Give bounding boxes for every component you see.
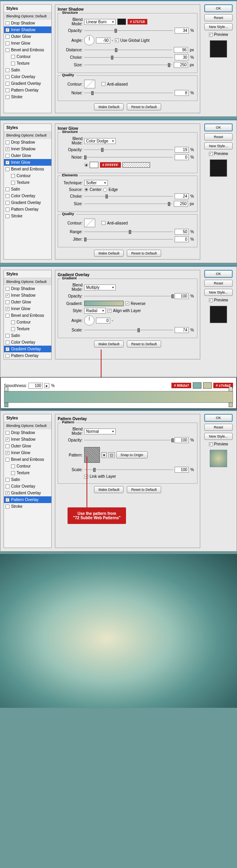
- angle-value[interactable]: -90: [96, 37, 110, 43]
- source-edge-radio[interactable]: [103, 188, 107, 192]
- result-preview-image: [0, 554, 237, 708]
- contour-picker[interactable]: [84, 80, 95, 88]
- choke-slider[interactable]: [84, 55, 173, 60]
- layer-style-dialog-inner-shadow: Styles Blending Options: Default Drop Sh…: [0, 0, 237, 117]
- dropdown-icon[interactable]: ▾: [102, 452, 107, 458]
- color-swatch[interactable]: [117, 19, 126, 25]
- size-slider[interactable]: [84, 62, 172, 68]
- opacity-value[interactable]: 34: [175, 28, 189, 34]
- technique-select[interactable]: Softer: [84, 180, 108, 186]
- antialias-checkbox[interactable]: [102, 82, 105, 86]
- color-tag: # 171718: [128, 19, 147, 24]
- style-color-overlay[interactable]: Color Overlay: [4, 73, 51, 80]
- style-inner-glow[interactable]: Inner Glow: [4, 159, 51, 166]
- opacity-slider[interactable]: [84, 28, 173, 34]
- style-inner-glow[interactable]: Inner Glow: [4, 40, 51, 47]
- layer-style-dialog-gradient-overlay: Styles Blending Options: Default Drop Sh…: [0, 266, 237, 407]
- style-outer-glow[interactable]: Outer Glow: [4, 33, 51, 40]
- angle-dial[interactable]: [84, 35, 94, 45]
- glow-color[interactable]: [90, 162, 98, 168]
- style-drop-shadow[interactable]: Drop Shadow: [4, 20, 51, 26]
- new-preset-icon[interactable]: ⊡: [108, 452, 115, 458]
- link-layer-checkbox[interactable]: [84, 475, 88, 479]
- style-contour[interactable]: Contour: [4, 53, 51, 60]
- right-buttons: OK Reset New Style... Preview: [203, 4, 233, 113]
- style-gradient-overlay[interactable]: Gradient Overlay: [4, 80, 51, 87]
- style-inner-shadow[interactable]: Inner Shadow: [4, 26, 51, 33]
- structure-group: Structure Blend Mode:Linear Burn# 171718…: [58, 13, 198, 73]
- style-gradient-overlay[interactable]: Gradient Overlay: [4, 346, 51, 352]
- style-satin[interactable]: Satin: [4, 67, 51, 73]
- new-style-button[interactable]: New Style...: [204, 23, 233, 30]
- dropdown-icon[interactable]: ▸: [44, 383, 49, 388]
- reverse-checkbox[interactable]: [125, 301, 129, 305]
- preview-swatch: [210, 40, 227, 58]
- style-bevel[interactable]: Bevel and Emboss: [4, 47, 51, 53]
- styles-list: Styles Blending Options: Default Drop Sh…: [4, 4, 52, 113]
- gradient-style-select[interactable]: Radial: [84, 308, 106, 314]
- settings-panel: Inner Shadow Structure Blend Mode:Linear…: [55, 4, 200, 113]
- distance-slider[interactable]: [84, 47, 172, 53]
- callout-line: [101, 350, 102, 381]
- blendmode-select[interactable]: Color Dodge: [84, 138, 116, 144]
- align-checkbox[interactable]: [107, 309, 111, 313]
- color-radio[interactable]: [84, 163, 88, 167]
- source-center-radio[interactable]: [84, 188, 88, 192]
- quality-group: Quality Contour:Anti-aliased Noise:8%: [58, 75, 198, 101]
- layer-style-dialog-pattern-overlay: Styles Blending Options: Default Drop Sh…: [0, 410, 237, 552]
- blending-options[interactable]: Blending Options: Default: [4, 13, 51, 20]
- style-pattern-overlay[interactable]: Pattern Overlay: [4, 496, 51, 503]
- style-texture[interactable]: Texture: [4, 60, 51, 67]
- blendmode-select[interactable]: Linear Burn: [84, 19, 116, 25]
- style-pattern-overlay[interactable]: Pattern Overlay: [4, 87, 51, 94]
- gradient-editor-overlay: Smoothness:100▸% # 80b2a7 # c7c8a2: [0, 377, 237, 409]
- callout-line: [87, 456, 87, 508]
- styles-title: Styles: [4, 5, 51, 13]
- noise-slider[interactable]: [84, 90, 173, 96]
- pattern-callout: Use the pattern from"72 Subtle Web Patte…: [68, 507, 126, 524]
- style-stroke[interactable]: Stroke: [4, 94, 51, 100]
- layer-style-dialog-inner-glow: Styles Blending Options: Default Drop Sh…: [0, 119, 237, 263]
- reset-button[interactable]: Reset: [204, 14, 233, 21]
- make-default-button[interactable]: Make Default: [94, 103, 124, 110]
- gradient-picker[interactable]: [84, 301, 124, 306]
- gradient-editor-strip[interactable]: [4, 391, 233, 403]
- global-light-checkbox[interactable]: [115, 38, 119, 42]
- reset-default-button[interactable]: Reset to Default: [127, 103, 161, 110]
- preview-checkbox[interactable]: [209, 33, 213, 37]
- glow-gradient[interactable]: [122, 162, 150, 168]
- snap-origin-button[interactable]: Snap to Origin: [116, 451, 148, 458]
- ok-button[interactable]: OK: [204, 4, 233, 12]
